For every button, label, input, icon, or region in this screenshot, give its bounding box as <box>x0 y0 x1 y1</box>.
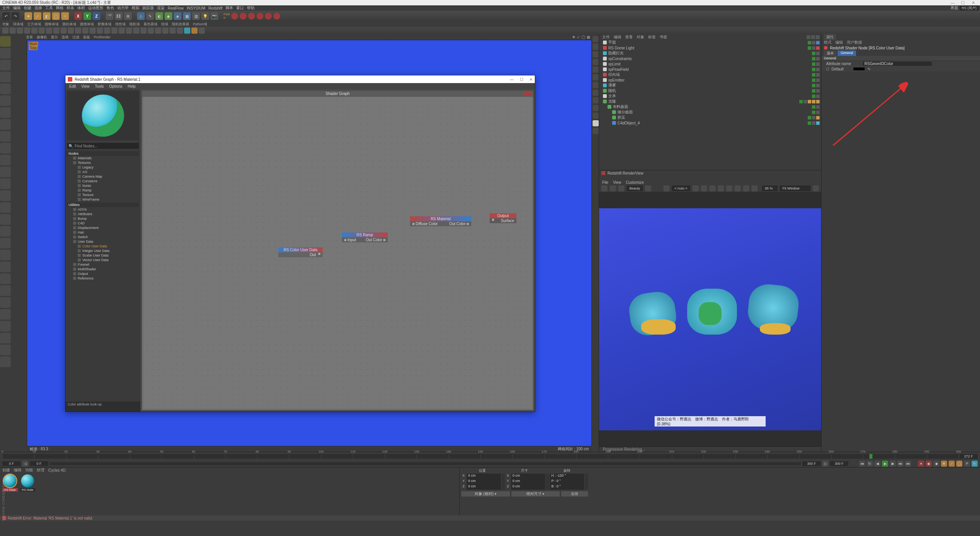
visibility-toggle[interactable] <box>808 41 811 44</box>
rec-icon[interactable] <box>248 13 255 20</box>
mode-icon[interactable] <box>0 356 11 367</box>
rec-icon[interactable] <box>240 13 247 20</box>
mode-icon[interactable] <box>0 131 11 142</box>
om-tool-icon[interactable] <box>816 35 820 39</box>
shader-canvas[interactable]: Shader Graph RS Color User Data Out RS R… <box>142 91 533 410</box>
tool-icon[interactable]: ✥ <box>24 12 32 20</box>
port-icon[interactable] <box>826 67 829 70</box>
position-input[interactable]: 0 cm <box>467 474 501 479</box>
visibility-toggle[interactable] <box>816 68 820 71</box>
rv-icon[interactable] <box>709 185 715 191</box>
vp-icon[interactable] <box>593 90 599 96</box>
menu-item[interactable]: 网格 <box>56 5 64 11</box>
timeline-ruler[interactable]: 0102030405060708090100110120130140150160… <box>0 452 980 460</box>
size-input[interactable]: 0 cm <box>511 474 546 479</box>
mode-icon[interactable] <box>0 297 11 308</box>
vp-icon[interactable] <box>593 120 599 126</box>
visibility-toggle[interactable] <box>816 95 820 98</box>
axis-z-icon[interactable]: Z <box>93 12 100 20</box>
node-search-input[interactable]: 🔍 Find Nodes... <box>67 143 139 149</box>
om-tab[interactable]: 对象 <box>637 34 644 40</box>
visibility-toggle[interactable] <box>812 73 815 77</box>
rv-icon[interactable] <box>718 185 724 191</box>
node-header[interactable]: Output <box>490 213 516 218</box>
mode-icon[interactable] <box>0 72 11 82</box>
rv-icon[interactable] <box>726 185 732 191</box>
tool-icon[interactable] <box>155 28 161 34</box>
om-tool-icon[interactable] <box>811 35 815 39</box>
visibility-toggle[interactable] <box>816 78 820 82</box>
vp-icon[interactable] <box>593 51 599 57</box>
visibility-toggle[interactable] <box>816 57 820 60</box>
tool-icon[interactable] <box>46 28 52 34</box>
node-color-user-data[interactable]: RS Color User Data Out <box>278 247 323 257</box>
size-input[interactable]: 0 cm <box>511 479 546 484</box>
tool-icon[interactable] <box>2 28 8 34</box>
mode-icon[interactable] <box>0 261 11 272</box>
tree-item[interactable]: C4D <box>67 221 139 226</box>
tab[interactable]: 随机效果器 <box>172 22 189 27</box>
tool-icon[interactable] <box>126 28 132 34</box>
vp-icon[interactable] <box>593 36 599 42</box>
rv-reload-icon[interactable] <box>618 185 624 191</box>
node-port-in[interactable]: Diffuse Color <box>416 222 438 226</box>
tool-icon[interactable] <box>68 28 74 34</box>
vp-tab[interactable]: ProRender <box>94 35 111 39</box>
tool-icon[interactable] <box>24 28 30 34</box>
win-close-icon[interactable]: ✕ <box>529 77 532 82</box>
tool-icon[interactable]: ◆ <box>165 12 172 20</box>
tag-icon[interactable] <box>816 41 820 44</box>
redo-icon[interactable]: ↷ <box>11 12 19 20</box>
prim-icon[interactable]: ◇ <box>137 12 145 20</box>
tool-icon[interactable] <box>191 28 198 34</box>
tree-item[interactable]: Ramp <box>67 188 139 193</box>
rv-zoom[interactable]: 95 % <box>762 186 777 191</box>
object-row[interactable]: xpFlowField <box>599 67 821 72</box>
tool-icon[interactable]: ◐ <box>155 12 163 20</box>
attr-subtab[interactable]: 基本 <box>824 51 837 56</box>
tool-icon[interactable] <box>97 28 103 34</box>
rv-icon[interactable] <box>645 185 651 191</box>
tree-item[interactable]: Curvature <box>67 179 139 183</box>
tag-icon[interactable] <box>816 121 820 125</box>
rv-menu-item[interactable]: View <box>613 180 621 185</box>
visibility-toggle[interactable] <box>816 105 820 109</box>
loop-icon[interactable]: ↻ <box>867 461 873 467</box>
visibility-toggle[interactable] <box>812 57 815 60</box>
mode-icon[interactable] <box>0 273 11 284</box>
object-row[interactable]: xpLimit <box>599 61 821 67</box>
mat-tab[interactable]: 编辑 <box>14 467 21 473</box>
start-frame[interactable]: 0 F <box>2 461 21 466</box>
tool-icon[interactable]: ✎ <box>146 12 154 20</box>
vp-icon[interactable] <box>593 113 599 119</box>
attr-subtab[interactable]: General <box>838 51 856 56</box>
visibility-toggle[interactable] <box>812 62 815 66</box>
canvas-tool-icon[interactable] <box>528 92 532 95</box>
mode-icon[interactable] <box>0 202 11 213</box>
menu-item[interactable]: 选择 <box>34 5 42 11</box>
node-header[interactable]: RS Ramp <box>342 232 388 237</box>
am-tab[interactable]: 模式 <box>824 40 831 45</box>
rv-aov-select[interactable]: Beauty <box>627 186 643 191</box>
vp-icon[interactable] <box>593 128 599 134</box>
menu-item[interactable]: 运动图形 <box>88 5 103 11</box>
vp-icon[interactable] <box>593 82 599 88</box>
menu-item[interactable]: 编辑 <box>13 5 21 11</box>
mode-icon[interactable] <box>0 345 11 355</box>
mode-icon[interactable] <box>0 321 11 332</box>
tl-icon[interactable]: ▷ <box>822 461 828 467</box>
rv-grid-icon[interactable] <box>701 185 707 191</box>
tl-icon[interactable]: ◁ <box>22 461 28 467</box>
tab[interactable]: 球体域 <box>13 22 23 27</box>
tab[interactable]: 着色器域 <box>144 22 157 27</box>
tree-item[interactable]: MultiShader <box>67 267 139 271</box>
node-port-out[interactable]: Out Color <box>449 222 466 226</box>
tool-icon[interactable] <box>31 28 38 34</box>
render-icon[interactable]: 🎞 <box>115 12 122 20</box>
mode-icon[interactable] <box>0 178 11 189</box>
node-material[interactable]: RS Material Diffuse ColorOut Color <box>410 216 471 226</box>
tool-icon[interactable]: 💡 <box>201 12 209 20</box>
tool-icon[interactable] <box>111 28 118 34</box>
tree-item[interactable]: Scalar User Data <box>67 253 139 258</box>
mode-icon[interactable] <box>0 238 11 248</box>
